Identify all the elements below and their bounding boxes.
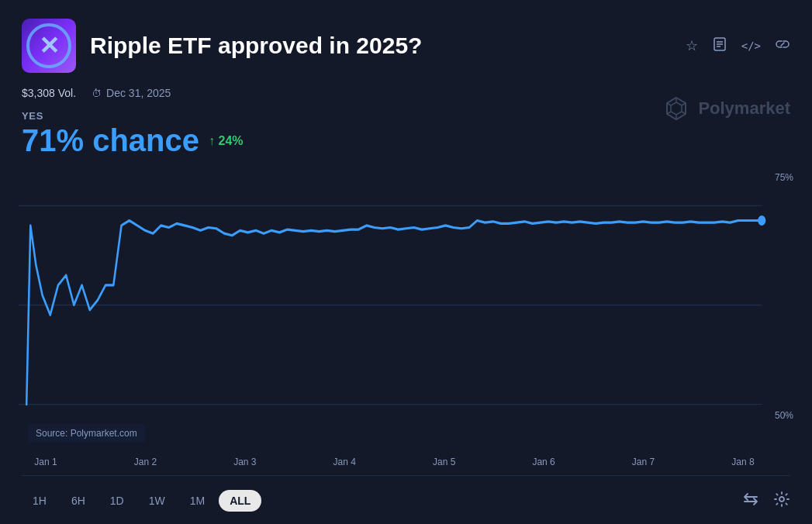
link-icon[interactable] (775, 36, 790, 56)
source-tag: Source: Polymarket.com (28, 424, 145, 443)
change-badge: ↑ 24% (209, 134, 243, 148)
swap-icon[interactable] (742, 491, 759, 512)
expiry-date: ⏱ Dec 31, 2025 (92, 87, 171, 99)
code-icon[interactable]: </> (741, 40, 761, 52)
polymarket-logo-icon (662, 95, 690, 122)
divider (22, 475, 790, 476)
time-btn-1h[interactable]: 1H (22, 490, 57, 512)
svg-point-15 (779, 497, 784, 502)
clock-icon: ⏱ (92, 88, 102, 99)
x-axis-labels: Jan 1 Jan 2 Jan 3 Jan 4 Jan 5 Jan 6 Jan … (19, 452, 762, 467)
header-actions: ☆ </> (686, 36, 790, 56)
time-btn-1d[interactable]: 1D (99, 490, 135, 512)
x-label-jan6: Jan 6 (524, 457, 563, 467)
x-label-jan2: Jan 2 (126, 457, 164, 467)
logo-symbol: ✕ (39, 33, 60, 58)
time-controls: 1H 6H 1D 1W 1M ALL (22, 482, 790, 512)
price-chart (19, 166, 793, 444)
polymarket-brand: Polymarket (662, 95, 790, 122)
date-text: Dec 31, 2025 (106, 87, 171, 99)
chart-container: 75% 50% Jan 1 Jan 2 Jan 3 Jan 4 Jan 5 Ja… (19, 166, 793, 467)
market-logo: ✕ (22, 19, 76, 73)
time-btn-1m[interactable]: 1M (179, 490, 216, 512)
x-label-jan1: Jan 1 (26, 457, 65, 467)
settings-icon[interactable] (773, 491, 790, 512)
time-btn-all[interactable]: ALL (219, 490, 261, 512)
svg-marker-5 (671, 102, 682, 115)
main-container: ✕ Ripple ETF approved in 2025? ☆ </> (0, 0, 812, 524)
x-label-jan4: Jan 4 (325, 457, 364, 467)
time-controls-right (742, 491, 790, 512)
time-btn-6h[interactable]: 6H (60, 490, 96, 512)
yes-section: YES 71% chance ↑ 24% Polymarket (22, 110, 790, 158)
header: ✕ Ripple ETF approved in 2025? ☆ </> (22, 19, 790, 73)
polymarket-name: Polymarket (698, 98, 790, 119)
x-label-jan8: Jan 8 (724, 457, 762, 467)
chart-endpoint-dot (758, 215, 765, 226)
chance-row: 71% chance ↑ 24% (22, 123, 790, 158)
chance-value: 71% chance (22, 123, 199, 158)
x-label-jan5: Jan 5 (425, 457, 464, 467)
market-title: Ripple ETF approved in 2025? (90, 33, 686, 59)
chart-wrapper: 75% 50% Jan 1 Jan 2 Jan 3 Jan 4 Jan 5 Ja… (19, 166, 793, 467)
time-btn-1w[interactable]: 1W (138, 490, 176, 512)
star-icon[interactable]: ☆ (686, 37, 698, 54)
x-label-jan3: Jan 3 (226, 457, 264, 467)
volume-label: $3,308 Vol. (22, 87, 76, 99)
doc-icon[interactable] (712, 36, 727, 55)
x-label-jan7: Jan 7 (624, 457, 663, 467)
